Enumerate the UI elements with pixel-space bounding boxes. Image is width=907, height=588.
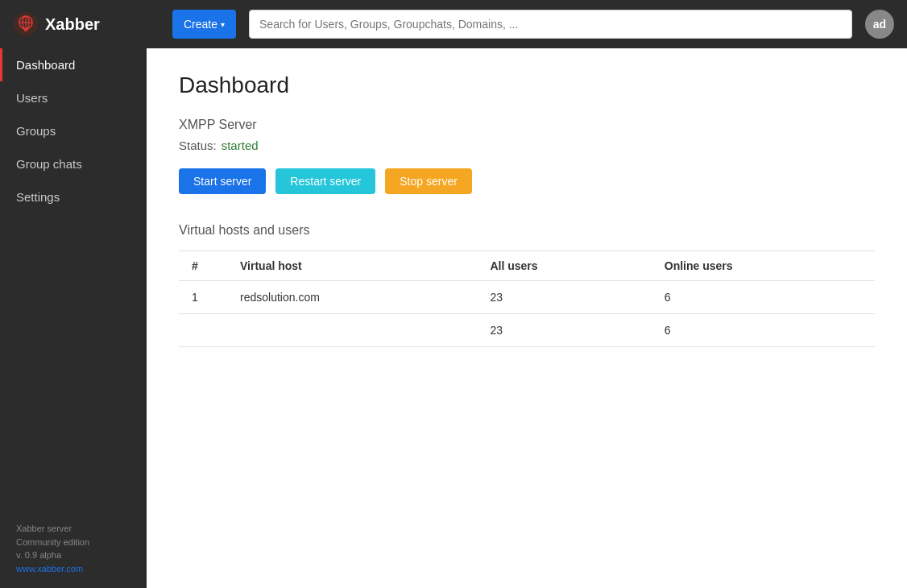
xmpp-section-title: XMPP Server [179,118,875,132]
sidebar-item-label: Settings [16,190,60,204]
row-online-users: 6 [652,281,875,314]
footer-link[interactable]: www.xabber.com [16,564,83,574]
footer-line3: v. 0.9 alpha [16,549,130,562]
topbar: Xabber Create ▾ ad [0,0,907,48]
total-empty-host [227,314,477,347]
stop-server-button[interactable]: Stop server [385,168,472,194]
total-empty-num [179,314,227,347]
footer-line2: Community edition [16,536,130,549]
hosts-section-title: Virtual hosts and users [179,223,875,238]
footer-line1: Xabber server [16,522,130,536]
sidebar-nav: Dashboard Users Groups Group chats Setti… [0,48,147,509]
col-header-online-users: Online users [652,251,875,281]
create-button[interactable]: Create ▾ [172,10,236,39]
col-header-all-users: All users [477,251,651,281]
restart-server-button[interactable]: Restart server [275,168,375,194]
sidebar-item-label: Users [16,91,48,105]
sidebar-footer: Xabber server Community edition v. 0.9 a… [0,509,147,588]
chevron-down-icon: ▾ [221,20,225,29]
start-server-button[interactable]: Start server [179,168,266,194]
avatar: ad [865,10,894,39]
table-row: 1 redsolution.com 23 6 [179,281,875,314]
sidebar-item-label: Group chats [16,157,82,171]
total-online-users: 6 [652,314,875,347]
sidebar-item-groupchats[interactable]: Group chats [0,147,147,180]
sidebar-item-settings[interactable]: Settings [0,180,147,213]
status-label: Status: [179,139,217,152]
sidebar-item-label: Groups [16,124,56,138]
page-title: Dashboard [179,72,875,98]
sidebar-item-users[interactable]: Users [0,81,147,114]
row-all-users: 23 [477,281,651,314]
status-row: Status: started [179,139,875,152]
row-num: 1 [179,281,227,314]
status-value: started [222,139,259,152]
server-buttons: Start server Restart server Stop server [179,168,875,194]
col-header-num: # [179,251,227,281]
app-name: Xabber [45,15,100,34]
logo-icon [13,11,39,37]
create-label: Create [184,18,217,31]
total-all-users: 23 [477,314,651,347]
main-content: Dashboard XMPP Server Status: started St… [147,48,907,588]
app-logo: Xabber [13,11,159,37]
avatar-initials: ad [873,18,886,31]
search-input[interactable] [249,10,852,39]
sidebar-item-label: Dashboard [16,58,75,72]
col-header-host: Virtual host [227,251,477,281]
sidebar-item-groups[interactable]: Groups [0,114,147,147]
layout: Dashboard Users Groups Group chats Setti… [0,48,907,588]
hosts-table: # Virtual host All users Online users 1 … [179,251,875,347]
sidebar-item-dashboard[interactable]: Dashboard [0,48,147,81]
row-host: redsolution.com [227,281,477,314]
sidebar: Dashboard Users Groups Group chats Setti… [0,48,147,588]
totals-row: 23 6 [179,314,875,347]
